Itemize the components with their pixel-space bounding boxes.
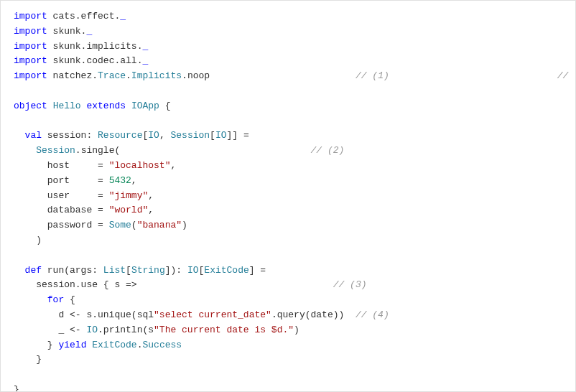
comment-marker: // (4) xyxy=(356,309,389,320)
comment-marker: // (2) xyxy=(311,145,345,156)
blank-line xyxy=(14,84,562,99)
code-line: val session: Resource[IO, Session[IO]] = xyxy=(14,129,562,144)
code-line: user = "jimmy", xyxy=(14,189,562,204)
blank-line xyxy=(14,248,562,263)
code-line: object Hello extends IOApp { xyxy=(14,99,562,114)
code-line: import cats.effect._ xyxy=(14,9,562,24)
code-line: database = "world", xyxy=(14,203,562,218)
code-block: import cats.effect._ import skunk._ impo… xyxy=(14,9,562,392)
code-line: _ <- IO.println(s"The current date is $d… xyxy=(14,323,562,338)
code-line: port = 5432, xyxy=(14,174,562,189)
code-line: } xyxy=(14,383,562,392)
code-line: } yield ExitCode.Success xyxy=(14,338,562,353)
code-line: host = "localhost", xyxy=(14,159,562,174)
code-line: password = Some("banana") xyxy=(14,218,562,233)
blank-line xyxy=(14,114,562,129)
comment-marker: // (1) xyxy=(557,70,576,81)
code-line: import skunk.implicits._ xyxy=(14,39,562,55)
comment-marker: // (3) xyxy=(333,279,367,290)
code-line: def run(args: List[String]): IO[ExitCode… xyxy=(14,263,562,279)
code-line: Session.single( // (2) xyxy=(14,144,562,159)
code-line: session.use { s => // (3) xyxy=(14,278,562,293)
blank-line xyxy=(14,368,562,383)
code-line: } xyxy=(14,353,562,368)
code-line: ) xyxy=(14,233,562,248)
code-line: d <- s.unique(sql"select current_date".q… xyxy=(14,308,562,323)
code-line: import natchez.Trace.Implicits.noop // (… xyxy=(14,69,562,84)
comment-marker: // (1) xyxy=(356,70,389,81)
code-line: for { xyxy=(14,293,562,308)
code-line: import skunk.codec.all._ xyxy=(14,54,562,69)
code-line: import skunk._ xyxy=(14,24,562,39)
